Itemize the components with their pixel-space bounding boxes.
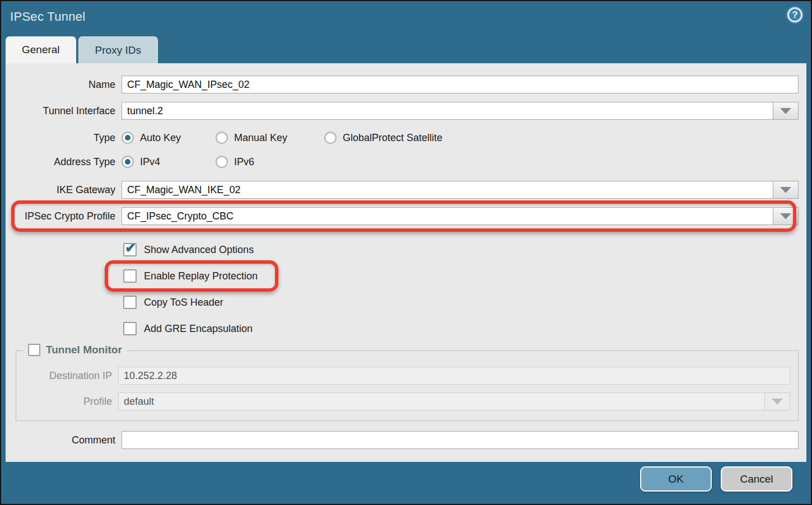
ipv6-radio[interactable] (216, 156, 228, 168)
copy-tos-header-label: Copy ToS Header (144, 297, 223, 308)
globalprotect-satellite-label: GlobalProtect Satellite (343, 132, 442, 144)
monitor-profile-label: Profile (16, 396, 118, 408)
copy-tos-header-row: Copy ToS Header (123, 295, 806, 310)
globalprotect-satellite-radio[interactable] (324, 132, 337, 144)
address-type-options: IPv4 IPv6 (122, 156, 799, 168)
tunnel-monitor-fieldset: Tunnel Monitor Destination IP Profile (16, 350, 799, 421)
auto-key-label: Auto Key (140, 132, 181, 144)
address-type-option-ipv4: IPv4 (122, 156, 199, 168)
add-gre-encapsulation-checkbox[interactable] (123, 322, 137, 335)
tunnel-monitor-label: Tunnel Monitor (46, 344, 122, 356)
tunnel-monitor-legend: Tunnel Monitor (23, 344, 127, 356)
type-row: Type Auto Key Manual Key GlobalProtect S… (6, 132, 799, 144)
chevron-down-icon (780, 213, 791, 219)
auto-key-radio[interactable] (122, 132, 134, 144)
tunnel-interface-combo (122, 102, 799, 120)
show-advanced-options-checkbox[interactable] (123, 243, 137, 256)
manual-key-label: Manual Key (234, 132, 287, 144)
show-advanced-options-row: Show Advanced Options (123, 242, 806, 257)
name-row: Name (6, 76, 799, 93)
chevron-down-icon (772, 399, 783, 405)
address-type-row: Address Type IPv4 IPv6 (6, 156, 799, 168)
monitor-profile-combo (118, 392, 790, 410)
add-gre-encapsulation-label: Add GRE Encapsulation (144, 323, 253, 335)
footer-button-bar: OK Cancel (640, 466, 792, 492)
destination-ip-input (118, 367, 790, 385)
destination-ip-label: Destination IP (16, 370, 118, 382)
ike-gateway-row: IKE Gateway (6, 181, 799, 199)
dialog-title: IPSec Tunnel (10, 10, 85, 24)
type-option-globalprotect-satellite: GlobalProtect Satellite (324, 132, 442, 144)
type-option-manual-key: Manual Key (216, 132, 307, 144)
tab-bar: General Proxy IDs (6, 36, 158, 63)
comment-label: Comment (6, 434, 122, 446)
ipsec-crypto-profile-combo (122, 207, 799, 225)
tunnel-monitor-checkbox[interactable] (28, 344, 40, 356)
chevron-down-icon (780, 108, 791, 114)
tunnel-interface-row: Tunnel Interface (6, 102, 799, 120)
general-tab-panel: Name Tunnel Interface Type Auto Key (6, 63, 806, 462)
monitor-profile-row: Profile (16, 392, 790, 410)
type-option-auto-key: Auto Key (122, 132, 199, 144)
tunnel-interface-input[interactable] (122, 102, 773, 120)
ike-gateway-label: IKE Gateway (6, 184, 122, 196)
enable-replay-protection-checkbox[interactable] (123, 269, 137, 283)
ike-gateway-input[interactable] (122, 181, 773, 199)
ike-gateway-dropdown-button[interactable] (773, 181, 799, 199)
ipsec-crypto-profile-label: IPSec Crypto Profile (6, 211, 122, 222)
cancel-button[interactable]: Cancel (721, 466, 792, 492)
ipv6-label: IPv6 (234, 156, 254, 168)
destination-ip-row: Destination IP (16, 367, 790, 385)
ike-gateway-combo (122, 181, 799, 199)
tunnel-interface-dropdown-button[interactable] (773, 102, 799, 120)
copy-tos-header-checkbox[interactable] (123, 296, 137, 309)
add-gre-encapsulation-row: Add GRE Encapsulation (123, 321, 806, 336)
show-advanced-options-label: Show Advanced Options (144, 244, 254, 256)
ipsec-crypto-profile-input[interactable] (122, 207, 773, 225)
help-icon[interactable]: ? (787, 7, 802, 22)
comment-input[interactable] (122, 431, 799, 449)
name-label: Name (6, 79, 122, 91)
type-label: Type (6, 132, 122, 144)
ipv4-label: IPv4 (140, 156, 160, 168)
enable-replay-protection-row: Enable Replay Protection (123, 269, 806, 283)
type-options: Auto Key Manual Key GlobalProtect Satell… (122, 132, 799, 144)
ok-button[interactable]: OK (640, 466, 712, 492)
comment-row: Comment (6, 431, 799, 449)
ipv4-radio[interactable] (122, 156, 134, 168)
enable-replay-protection-label: Enable Replay Protection (144, 270, 258, 282)
monitor-profile-input (118, 392, 764, 410)
address-type-option-ipv6: IPv6 (216, 156, 307, 168)
ipsec-crypto-profile-row: IPSec Crypto Profile (6, 207, 799, 225)
tab-general[interactable]: General (6, 36, 76, 63)
ipsec-crypto-profile-dropdown-button[interactable] (773, 207, 799, 225)
name-input[interactable] (122, 76, 799, 93)
monitor-profile-dropdown-button (764, 392, 790, 410)
manual-key-radio[interactable] (216, 132, 228, 144)
tunnel-interface-label: Tunnel Interface (6, 105, 122, 117)
address-type-label: Address Type (6, 156, 122, 168)
ipsec-tunnel-dialog: IPSec Tunnel ? General Proxy IDs Name Tu… (0, 0, 812, 505)
chevron-down-icon (780, 187, 791, 193)
tab-proxy-ids[interactable]: Proxy IDs (78, 36, 158, 63)
